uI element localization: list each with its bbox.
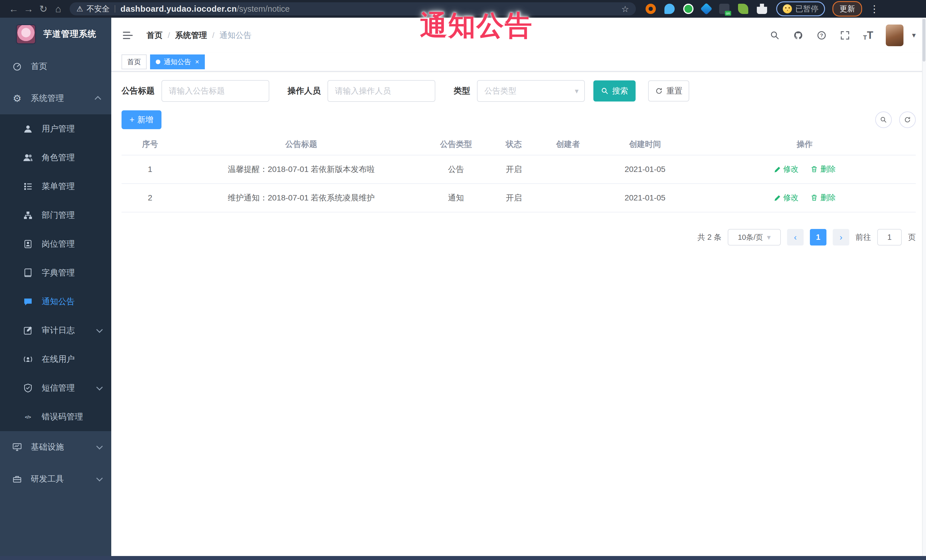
sidebar-item-infrastructure[interactable]: 基础设施 — [0, 431, 111, 463]
search-button[interactable]: 搜索 — [593, 80, 635, 101]
svg-text:?: ? — [820, 33, 823, 38]
edit-label: 修改 — [783, 192, 799, 203]
sidebar-item-dict[interactable]: 字典管理 — [0, 258, 111, 287]
url-separator — [115, 5, 115, 12]
browser-forward-icon[interactable]: → — [21, 3, 36, 15]
sidebar-item-system[interactable]: ⚙ 系统管理 — [0, 82, 111, 114]
tab-home[interactable]: 首页 — [121, 54, 147, 69]
delete-link[interactable]: 删除 — [811, 192, 835, 203]
select-placeholder: 公告类型 — [484, 86, 516, 97]
col-header-creator: 创建者 — [539, 134, 596, 155]
avatar[interactable] — [886, 24, 903, 46]
search-icon[interactable] — [769, 30, 780, 41]
sidebar-item-error-code[interactable]: </> 错误码管理 — [0, 402, 111, 431]
current-page-button[interactable]: 1 — [810, 229, 826, 246]
sidebar-item-dev-tools[interactable]: 研发工具 — [0, 463, 111, 495]
filter-type-label: 类型 — [454, 85, 470, 97]
caret-down-icon[interactable]: ▾ — [912, 31, 916, 40]
sidebar-item-online-users[interactable]: 在线用户 — [0, 345, 111, 374]
edit-link[interactable]: 修改 — [774, 164, 799, 174]
browser-refresh-icon[interactable]: ↻ — [36, 3, 51, 15]
browser-update-button[interactable]: 更新 — [832, 1, 862, 17]
tab-notice[interactable]: 通知公告 × — [150, 54, 205, 69]
bookmark-star-icon[interactable]: ☆ — [621, 4, 629, 14]
delete-link[interactable]: 删除 — [811, 164, 835, 174]
operator-input[interactable] — [327, 80, 435, 102]
screen: ← → ↻ ⌂ ⚠ 不安全 dashboard.yudao.iocoder.cn… — [0, 0, 926, 560]
extension-gem-icon[interactable] — [701, 3, 712, 15]
browser-back-icon[interactable]: ← — [6, 3, 21, 15]
sidebar-item-label: 审计日志 — [42, 325, 97, 336]
hamburger-icon[interactable] — [121, 29, 134, 42]
address-bar[interactable]: ⚠ 不安全 dashboard.yudao.iocoder.cn /system… — [70, 2, 636, 15]
browser-home-icon[interactable]: ⌂ — [51, 3, 66, 15]
sidebar-item-audit-log[interactable]: 审计日志 — [0, 316, 111, 345]
notice-table: 序号 公告标题 公告类型 状态 创建者 创建时间 操作 1 温馨提醒：2018- — [121, 134, 916, 213]
monitor-icon — [12, 442, 22, 452]
notice-type-select[interactable]: 公告类型 ▾ — [477, 80, 585, 102]
browser-menu-icon[interactable]: ⋮ — [870, 3, 879, 15]
sidebar-item-roles[interactable]: 角色管理 — [0, 143, 111, 172]
filter-title-label: 公告标题 — [121, 85, 154, 97]
next-page-button[interactable]: › — [833, 229, 849, 246]
scrollbar[interactable] — [922, 18, 926, 560]
sidebar-item-home[interactable]: 首页 — [0, 50, 111, 82]
url-host: dashboard.yudao.iocoder.cn — [120, 4, 237, 14]
add-button[interactable]: + 新增 — [121, 110, 162, 129]
extension-green-icon[interactable] — [683, 4, 693, 14]
reset-button[interactable]: 重置 — [648, 80, 689, 101]
sidebar-item-label: 基础设施 — [31, 441, 97, 453]
sidebar-item-notice[interactable]: 通知公告 — [0, 287, 111, 316]
sidebar-item-label: 字典管理 — [42, 267, 101, 279]
notice-title-input[interactable] — [162, 80, 269, 102]
sidebar-item-label: 研发工具 — [31, 473, 97, 485]
edit-link[interactable]: 修改 — [774, 192, 799, 203]
page-size-value: 10条/页 — [738, 232, 763, 242]
extension-cluster — [646, 4, 767, 14]
prev-page-button[interactable]: ‹ — [787, 229, 803, 246]
breadcrumb: 首页 / 系统管理 / 通知公告 — [147, 30, 252, 41]
close-icon[interactable]: × — [195, 58, 199, 66]
toolbox-icon — [12, 474, 22, 484]
goto-page-input[interactable] — [877, 229, 902, 246]
refresh-table-button[interactable] — [899, 112, 916, 128]
sidebar-item-menus[interactable]: 菜单管理 — [0, 172, 111, 201]
breadcrumb-system[interactable]: 系统管理 — [175, 30, 207, 41]
profile-emoji-icon — [783, 4, 792, 14]
shield-icon — [23, 383, 33, 393]
user-icon — [23, 124, 33, 134]
help-icon[interactable]: ? — [816, 30, 827, 41]
table-row: 2 维护通知：2018-07-01 若依系统凌晨维护 通知 开启 2021-01… — [121, 184, 916, 212]
window-bottom-strip — [0, 556, 926, 560]
sidebar-item-depts[interactable]: 部门管理 — [0, 201, 111, 229]
edit-label: 修改 — [783, 164, 799, 174]
dashboard-icon — [12, 61, 22, 72]
sidebar-item-sms[interactable]: 短信管理 — [0, 374, 111, 402]
sidebar-item-label: 错误码管理 — [42, 411, 101, 423]
search-button-label: 搜索 — [612, 86, 628, 97]
profile-paused-chip[interactable]: 已暂停 — [776, 2, 825, 16]
fullscreen-icon[interactable] — [840, 30, 850, 41]
filter-operator-label: 操作人员 — [287, 85, 321, 97]
extensions-puzzle-icon[interactable] — [757, 4, 767, 14]
sidebar-item-users[interactable]: 用户管理 — [0, 114, 111, 143]
extension-on-badge-icon[interactable] — [719, 4, 729, 14]
page-size-select[interactable]: 10条/页 ▾ — [728, 229, 781, 246]
col-header-status: 状态 — [488, 134, 539, 155]
toggle-search-button[interactable] — [875, 112, 892, 128]
extension-leaf-icon[interactable] — [738, 4, 748, 14]
sidebar-item-label: 岗位管理 — [42, 238, 101, 250]
pagination-total: 共 2 条 — [698, 232, 722, 242]
sidebar-item-label: 首页 — [31, 61, 101, 72]
sidebar-item-posts[interactable]: 岗位管理 — [0, 229, 111, 258]
scrollbar-thumb[interactable] — [923, 19, 925, 62]
font-size-icon[interactable]: TT — [863, 29, 873, 41]
extension-drop-icon[interactable] — [664, 4, 675, 14]
cell-creator — [539, 184, 596, 212]
breadcrumb-home[interactable]: 首页 — [147, 30, 163, 41]
github-icon[interactable] — [793, 30, 803, 41]
extension-orange-icon[interactable] — [646, 4, 656, 14]
paused-label: 已暂停 — [795, 4, 819, 14]
code-icon: </> — [23, 412, 33, 422]
update-label: 更新 — [840, 4, 855, 14]
